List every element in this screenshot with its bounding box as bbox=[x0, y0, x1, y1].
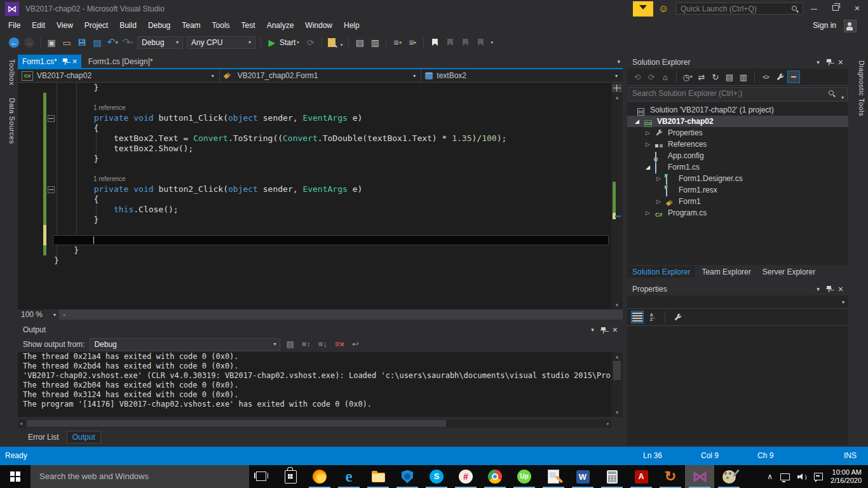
code-line-9[interactable] bbox=[18, 164, 611, 174]
find-in-files-icon[interactable] bbox=[326, 36, 340, 50]
member-dropdown[interactable]: textBox2 ▾ bbox=[421, 69, 623, 82]
view-code-icon[interactable]: <> bbox=[759, 71, 772, 83]
solution-explorer-header[interactable]: Solution Explorer ▾ × bbox=[627, 56, 848, 69]
scroll-down-icon[interactable]: ▾ bbox=[611, 409, 623, 416]
close-icon[interactable]: × bbox=[838, 283, 843, 295]
volume-icon[interactable] bbox=[797, 473, 806, 480]
tree-item-vb2017-chap02[interactable]: ◢C#VB2017-chap02 bbox=[627, 116, 848, 127]
solution-platform-dropdown[interactable]: Any CPU▾ bbox=[187, 36, 255, 49]
notifications-flag-button[interactable] bbox=[633, 1, 653, 17]
taskbar-icon-skype[interactable]: S bbox=[422, 465, 451, 488]
taskbar-search-input[interactable]: Search the web and Windows bbox=[31, 465, 249, 488]
expander-collapsed-icon[interactable]: ▷ bbox=[646, 127, 650, 139]
fold-collapse-icon[interactable] bbox=[48, 186, 55, 193]
menu-item-tools[interactable]: Tools bbox=[207, 18, 236, 33]
tab-error-list[interactable]: Error List bbox=[23, 431, 64, 443]
save-icon[interactable]: 💾︎ bbox=[75, 36, 89, 50]
taskbar-icon-chrome[interactable] bbox=[480, 465, 510, 488]
expander-collapsed-icon[interactable]: ▷ bbox=[656, 173, 661, 184]
tree-item-properties[interactable]: ▷Properties bbox=[627, 127, 848, 139]
scroll-right-icon[interactable]: ▸ bbox=[607, 421, 609, 426]
taskbar-icon-word[interactable]: W bbox=[568, 465, 597, 488]
taskbar-clock[interactable]: 10:00 AM 2/16/2020 bbox=[831, 468, 862, 485]
code-line-5[interactable]: { bbox=[18, 123, 611, 133]
editor-vertical-scrollbar[interactable]: ▴ ▾ bbox=[611, 83, 623, 309]
properties-object-dropdown[interactable]: ▾ bbox=[627, 295, 848, 309]
code-line-16[interactable] bbox=[18, 235, 611, 245]
tab-output[interactable]: Output bbox=[67, 431, 101, 444]
taskbar-icon-store[interactable] bbox=[276, 465, 305, 488]
menu-item-file[interactable]: File bbox=[3, 18, 26, 33]
pin-icon[interactable] bbox=[600, 327, 606, 334]
sidebar-tab-data-sources[interactable]: Data Sources bbox=[0, 93, 16, 149]
output-horizontal-scrollbar[interactable]: ◂ ▸ bbox=[18, 419, 611, 428]
scroll-left-icon[interactable]: ◂ bbox=[20, 421, 22, 426]
search-options-dropdown-icon[interactable]: ▾ bbox=[841, 92, 844, 104]
code-line-7[interactable]: textBox2.Show(); bbox=[18, 144, 611, 154]
split-window-handle[interactable] bbox=[612, 84, 622, 92]
sidebar-tab-diagnostic-tools[interactable]: Diagnostic Tools bbox=[850, 55, 865, 121]
properties-header[interactable]: Properties ▾ × bbox=[627, 283, 848, 295]
taskbar-icon-explorer[interactable] bbox=[363, 465, 393, 488]
output-source-dropdown[interactable]: Debug ▾ bbox=[90, 338, 280, 351]
taskbar-icon-hotspot[interactable] bbox=[393, 465, 422, 488]
taskbar-icon-paint[interactable] bbox=[714, 465, 743, 488]
restore-button[interactable] bbox=[825, 0, 846, 17]
taskbar-icon-acrobat[interactable]: A bbox=[627, 465, 656, 488]
pin-icon[interactable] bbox=[826, 59, 832, 65]
tree-item-form1[interactable]: ▷◆Form1 bbox=[627, 196, 848, 207]
window-position-dropdown-icon[interactable]: ▾ bbox=[817, 56, 820, 69]
pin-icon[interactable] bbox=[62, 58, 68, 65]
code-line-11[interactable]: private void button2_Click(object sender… bbox=[18, 184, 611, 194]
redo-icon[interactable]: ↷▾ bbox=[121, 36, 135, 50]
find-message-icon[interactable]: ▤ bbox=[286, 339, 294, 349]
document-list-dropdown-icon[interactable]: ▾ bbox=[617, 58, 620, 65]
close-icon[interactable]: × bbox=[838, 56, 843, 69]
properties-grid[interactable] bbox=[627, 326, 848, 445]
taskbar-icon-sync[interactable]: ↻ bbox=[656, 465, 685, 488]
quick-launch-input[interactable]: Quick Launch (Ctrl+Q) bbox=[676, 3, 803, 15]
project-dropdown[interactable]: C# VB2017-chap02 ▾ bbox=[18, 69, 220, 82]
menu-item-help[interactable]: Help bbox=[338, 18, 365, 33]
window-position-dropdown-icon[interactable]: ▾ bbox=[817, 283, 820, 295]
tree-item-references[interactable]: ▷References bbox=[627, 139, 848, 150]
word-wrap-icon[interactable]: ↩ bbox=[352, 339, 359, 349]
output-vertical-scrollbar[interactable]: ▴ ▾ bbox=[611, 352, 623, 417]
tree-item-program-cs[interactable]: ▷C#Program.cs bbox=[627, 207, 848, 219]
open-file-icon[interactable]: ▭ bbox=[60, 36, 74, 50]
refresh-icon[interactable]: ↻ bbox=[709, 71, 722, 83]
menu-item-test[interactable]: Test bbox=[236, 18, 261, 33]
sync-with-active-document-icon[interactable]: ⇄ bbox=[695, 71, 708, 83]
navigate-backward-icon[interactable]: ← bbox=[7, 36, 21, 50]
solution-configuration-dropdown[interactable]: Debug▾ bbox=[137, 36, 183, 49]
minimize-button[interactable] bbox=[803, 0, 825, 17]
user-avatar-icon[interactable] bbox=[844, 20, 857, 32]
code-editor[interactable]: }1 reference private void button1_Click(… bbox=[18, 83, 623, 309]
code-line-15[interactable] bbox=[18, 225, 611, 235]
tree-item-form1-resx[interactable]: Form1.resx bbox=[627, 184, 848, 196]
menu-item-build[interactable]: Build bbox=[114, 18, 142, 33]
alphabetical-sort-icon[interactable]: AZ↓ bbox=[646, 311, 659, 323]
properties-window-icon[interactable]: ▥ bbox=[737, 71, 750, 83]
tab-form1-design[interactable]: Form1.cs [Design]* bbox=[84, 55, 158, 68]
increase-indent-icon[interactable]: ≡▸ bbox=[405, 36, 419, 50]
action-center-icon[interactable] bbox=[814, 473, 823, 480]
menu-item-window[interactable]: Window bbox=[299, 18, 338, 33]
scroll-up-icon[interactable]: ▴ bbox=[611, 353, 623, 360]
sign-in-link[interactable]: Sign in bbox=[813, 18, 836, 33]
tree-item-form1-cs[interactable]: ◢Form1.cs bbox=[627, 161, 848, 173]
expander-collapsed-icon[interactable]: ▷ bbox=[646, 139, 650, 150]
pin-icon[interactable] bbox=[826, 286, 832, 292]
tab-solution-explorer[interactable]: Solution Explorer bbox=[627, 266, 695, 278]
start-button[interactable] bbox=[0, 465, 31, 488]
feedback-smiley-icon[interactable]: ☺ bbox=[658, 3, 668, 15]
taskbar-icon-vs[interactable]: ⋈ bbox=[685, 465, 714, 488]
code-line-18[interactable]: } bbox=[18, 255, 611, 266]
close-button[interactable]: × bbox=[846, 0, 868, 17]
clear-all-icon[interactable]: ≡× bbox=[335, 339, 344, 349]
taskbar-icon-firefox[interactable] bbox=[305, 465, 334, 488]
task-view-icon[interactable] bbox=[254, 470, 268, 482]
tree-item-form1-designer-cs[interactable]: ▷Form1.Designer.cs bbox=[627, 173, 848, 184]
expander-expanded-icon[interactable]: ◢ bbox=[635, 116, 639, 127]
output-header[interactable]: Output ▾ × bbox=[18, 324, 623, 336]
